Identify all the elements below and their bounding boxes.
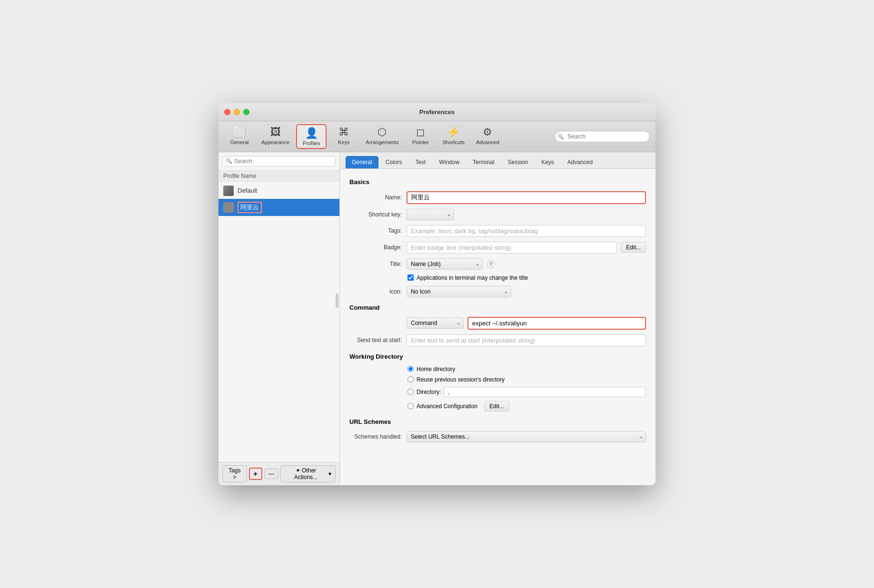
shortcut-key-row: Shortcut key: [349,209,646,220]
icon-row: Icon: No Icon [349,286,646,297]
badge-input[interactable] [407,242,617,254]
tab-keys[interactable]: Keys [535,156,560,168]
title-select[interactable]: Name (Job) Name Job Session Name [407,258,483,270]
radio-row-reuse: Reuse previous session's directory [407,376,646,383]
send-text-row: Send text at start: [349,334,646,346]
profile-item-aliyun[interactable]: 阿里云 [218,199,339,216]
toolbar-item-profiles[interactable]: 👤 Profiles [296,124,327,149]
minimize-button[interactable] [234,109,240,115]
titlebar: Preferences [218,103,656,121]
shortcut-key-label: Shortcut key: [349,211,402,218]
icon-select-wrapper: No Icon [407,286,511,297]
tab-colors[interactable]: Colors [379,156,408,168]
tabs: General Colors Text Window Terminal Sess… [340,152,656,169]
tags-input[interactable] [407,225,646,237]
aliyun-profile-name: 阿里云 [238,202,262,213]
tab-terminal[interactable]: Terminal [467,156,500,168]
sidebar-search-inner: 🔍 [222,156,336,167]
command-input[interactable] [467,317,646,330]
tags-button[interactable]: Tags > [222,465,247,482]
radio-row-dir: Directory: [407,387,646,397]
badge-row: Badge: Edit... [349,242,646,254]
command-row: Login Shell Command Custom Shell [349,317,646,330]
radio-home[interactable] [407,366,414,372]
add-button-label: + [254,470,258,478]
advanced-icon: ⚙ [483,126,492,138]
command-title: Command [349,304,646,311]
toolbar-label-general: General [230,139,248,145]
scroll-hint [336,294,338,308]
url-schemes-select[interactable]: Select URL Schemes... [407,431,646,442]
toolbar-item-advanced[interactable]: ⚙ Advanced [471,124,504,149]
tab-terminal-label: Terminal [473,159,494,166]
shortcut-select-wrapper [407,209,454,220]
working-directory-section: Working Directory Home directory Reuse p… [349,353,646,412]
url-schemes-label: Schemes handled: [349,433,402,440]
profile-item-default[interactable]: Default [218,183,339,199]
change-title-checkbox[interactable] [407,274,414,281]
title-select-wrapper: Name (Job) Name Job Session Name [407,258,483,270]
toolbar-label-shortcuts: Shortcuts [442,139,464,145]
change-title-row: Applications in terminal may change the … [407,274,646,281]
toolbar-item-appearance[interactable]: 🖼 Appearance [257,124,294,149]
toolbar-item-arrangements[interactable]: ⬡ Arrangements [361,124,403,149]
command-type-select[interactable]: Login Shell Command Custom Shell [407,317,464,329]
close-button[interactable] [224,109,230,115]
radio-dir-label: Directory: [417,389,441,395]
tab-session[interactable]: Session [501,156,534,168]
maximize-button[interactable] [243,109,249,115]
toolbar-label-keys: Keys [338,139,349,145]
basics-section: Basics Name: Shortcut key: [349,178,646,297]
radio-home-label: Home directory [417,366,455,372]
title-help-button[interactable]: ? [487,260,495,268]
radio-advanced-label: Advanced Configuration [417,403,477,410]
sidebar-search-container: 🔍 [218,152,339,171]
other-actions-button[interactable]: ✦ Other Actions... ▾ [280,465,336,482]
title-label: Title: [349,261,402,267]
pointer-icon: ◻ [416,126,425,138]
sidebar-search-icon: 🔍 [226,158,232,164]
search-input[interactable] [555,131,650,142]
radio-advanced[interactable] [407,403,414,409]
toolbar-label-pointer: Pointer [412,139,429,145]
shortcut-key-select[interactable] [407,209,454,220]
change-title-label: Applications in terminal may change the … [417,274,528,281]
icon-select[interactable]: No Icon [407,286,511,297]
radio-row-home: Home directory [407,366,646,372]
toolbar-search [555,131,650,142]
badge-edit-label: Edit... [626,244,641,251]
url-schemes-row: Schemes handled: Select URL Schemes... [349,431,646,442]
sidebar: 🔍 Profile Name Default 阿里云 Tags [218,152,340,485]
badge-edit-button[interactable]: Edit... [621,242,646,253]
general-icon: ⬜ [233,126,246,138]
tab-advanced[interactable]: Advanced [561,156,599,168]
tab-window[interactable]: Window [433,156,466,168]
toolbar-item-pointer[interactable]: ◻ Pointer [405,124,436,149]
profile-list: Default 阿里云 [218,182,339,462]
search-wrapper [555,131,650,142]
advanced-config-edit-label: Edit... [489,403,504,410]
add-profile-button[interactable]: + [249,468,262,480]
toolbar-label-arrangements: Arrangements [366,139,398,145]
help-icon: ? [489,261,492,267]
radio-dir[interactable] [407,389,414,395]
preferences-window: Preferences ⬜ General 🖼 Appearance 👤 Pro… [218,103,656,485]
advanced-config-edit-button[interactable]: Edit... [484,401,509,412]
tab-general[interactable]: General [346,156,378,168]
basics-title: Basics [349,178,646,186]
toolbar-label-appearance: Appearance [261,139,289,145]
send-text-input[interactable] [407,334,646,346]
toolbar-item-shortcuts[interactable]: ⚡ Shortcuts [437,124,469,149]
name-input[interactable] [407,191,646,204]
remove-profile-button[interactable]: — [264,469,278,479]
tab-general-label: General [352,159,372,166]
command-type-select-wrapper: Login Shell Command Custom Shell [407,317,464,329]
toolbar-item-keys[interactable]: ⌘ Keys [328,124,359,149]
sidebar-search-input[interactable] [234,158,332,165]
radio-reuse[interactable] [407,376,414,382]
tab-keys-label: Keys [541,159,554,166]
tab-text[interactable]: Text [409,156,432,168]
toolbar-item-general[interactable]: ⬜ General [224,124,255,149]
dir-input[interactable] [444,387,646,397]
right-panel: General Colors Text Window Terminal Sess… [340,152,656,485]
